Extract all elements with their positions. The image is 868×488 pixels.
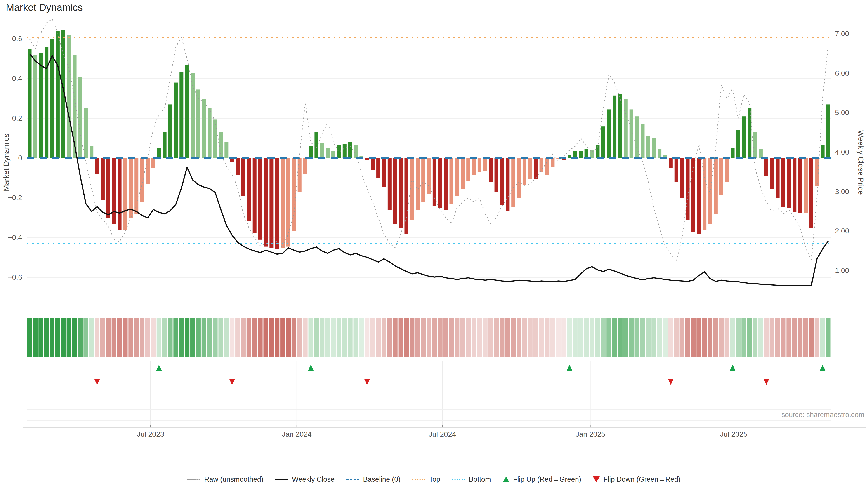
legend-item-baseline[interactable]: Baseline (0): [346, 475, 400, 484]
ytick-left-0.2: 0.2: [2, 114, 22, 123]
xtick-jul-2023: Jul 2023: [126, 430, 176, 438]
xtick-jan-2024: Jan 2024: [272, 430, 322, 438]
ytick-right-2: 2.00: [835, 227, 862, 235]
legend-item-weekly-close[interactable]: Weekly Close: [275, 475, 335, 484]
legend-item-raw[interactable]: Raw (unsmoothed): [187, 475, 264, 484]
xtick-jul-2024: Jul 2024: [417, 430, 467, 438]
ytick-right-5: 5.00: [835, 108, 862, 117]
ytick-right-3: 3.00: [835, 188, 862, 196]
flip-up-triangle-icon: [503, 477, 509, 482]
legend-label: Flip Up (Red→Green): [513, 475, 581, 484]
flip-down-triangle-icon: [593, 477, 600, 482]
raw-line-swatch-icon: [187, 479, 200, 480]
legend-label: Baseline (0): [363, 475, 400, 484]
source-credit: source: sharemaestro.com: [781, 411, 864, 419]
ytick-left-0.4: 0.4: [2, 74, 22, 83]
ytick-left-0.6: 0.6: [2, 35, 22, 43]
ytick-left--0.2: −0.2: [2, 194, 22, 202]
main-chart: [0, 0, 868, 488]
baseline-swatch-icon: [346, 479, 360, 480]
bottom-line-swatch-icon: [452, 479, 465, 480]
market-dynamics-dashboard: Market Dynamics Market Dynamics Weekly C…: [0, 0, 868, 488]
legend-item-flip-down[interactable]: Flip Down (Green→Red): [593, 475, 680, 484]
ytick-left--0.4: −0.4: [2, 233, 22, 242]
close-line-swatch-icon: [275, 479, 288, 480]
legend-label: Top: [429, 475, 440, 484]
ytick-right-6: 6.00: [835, 69, 862, 77]
legend-item-top[interactable]: Top: [412, 475, 440, 484]
ytick-left-0: 0: [2, 154, 22, 162]
ytick-left--0.6: −0.6: [2, 273, 22, 282]
xtick-jan-2025: Jan 2025: [565, 430, 615, 438]
legend-item-bottom[interactable]: Bottom: [452, 475, 491, 484]
legend-label: Weekly Close: [292, 475, 335, 484]
legend-label: Raw (unsmoothed): [204, 475, 264, 484]
chart-legend: Raw (unsmoothed) Weekly Close Baseline (…: [0, 475, 868, 484]
ytick-right-1: 1.00: [835, 266, 862, 275]
xtick-jul-2025: Jul 2025: [709, 430, 758, 438]
ytick-right-7: 7.00: [835, 30, 862, 38]
legend-label: Flip Down (Green→Red): [603, 475, 680, 484]
ytick-right-4: 4.00: [835, 148, 862, 156]
legend-label: Bottom: [469, 475, 491, 484]
top-line-swatch-icon: [412, 479, 426, 480]
legend-item-flip-up[interactable]: Flip Up (Red→Green): [503, 475, 581, 484]
